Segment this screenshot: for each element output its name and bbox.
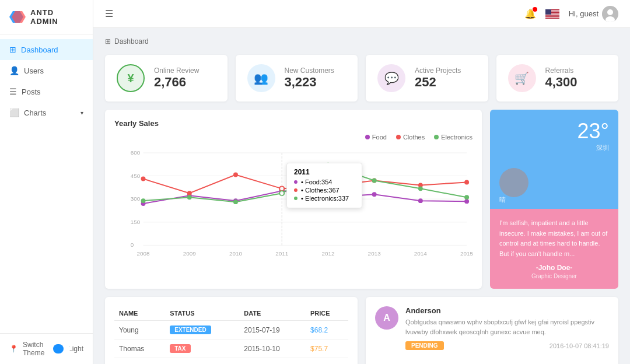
legend-dot-food [365,135,370,139]
logo-icon [9,9,26,25]
sidebar-item-dashboard[interactable]: ⊞ Dashboard [0,39,93,60]
cell-name: Thomas [114,340,165,358]
legend-food: Food [365,134,387,141]
sidebar-item-posts[interactable]: ☰ Posts [0,81,93,102]
user-greeting: Hi, guest [569,9,598,18]
activity-item: A Anderson Qobtgudsa qnwswno wphv sboptx… [375,306,609,350]
legend-dot-electronics [434,135,439,139]
chart-legend: Food Clothes Electronics [114,134,473,141]
svg-text:0: 0 [131,242,134,248]
quote-role: Graphic Designer [499,273,609,279]
electronics-point [187,195,192,200]
cell-date: 2015-10-10 [239,340,306,358]
cell-price: $68.2 [306,321,348,340]
header: ☰ 🔔 Hi, guest [93,0,630,28]
moon-shape [499,168,528,197]
quote-text: I'm selfish, impatient and a little inse… [499,218,609,259]
stat-label-active-projects: Active Projects [415,66,461,75]
electronics-point [233,200,238,204]
clothes-point [326,184,330,188]
activity-content: Anderson Qobtgudsa qnwswno wphv sboptxcu… [405,306,609,350]
chart-container: 600 450 300 150 0 2008 2009 [114,145,473,275]
stat-value-new-customers: 3,223 [285,75,334,90]
table-card: NAME STATUS DATE PRICE Young EXTENDED 20… [105,297,358,364]
stat-label-online-review: Online Review [154,66,199,75]
stat-card-active-projects: 💬 Active Projects 252 [366,55,488,102]
food-point [464,199,469,204]
clothes-point [141,177,146,181]
menu-toggle-icon[interactable]: ☰ [105,8,113,19]
activity-avatar: A [375,306,398,330]
svg-text:600: 600 [131,149,141,156]
data-table: NAME STATUS DATE PRICE Young EXTENDED 20… [114,306,348,358]
charts-icon: ⬜ [9,108,19,117]
electronics-point [141,198,146,203]
right-panels: 23° 深圳 晴 I'm selfish, impatient and a li… [490,110,618,289]
svg-point-11 [607,9,613,15]
svg-text:2008: 2008 [137,250,150,257]
stat-label-referrals: Referrals [545,66,578,75]
svg-text:2012: 2012 [321,250,334,257]
stats-row: ¥ Online Review 2,766 👥 New Customers 3,… [105,55,618,102]
stat-info-new-customers: New Customers 3,223 [285,66,334,90]
sidebar-item-label: Users [24,66,44,75]
activity-card: A Anderson Qobtgudsa qnwswno wphv sboptx… [366,297,618,364]
table-row: Thomas TAX 2015-10-10 $75.7 [114,340,348,358]
status-badge: EXTENDED [170,326,211,334]
activity-text: Qobtgudsa qnwswno wphv sboptxcufj gfwf k… [405,317,609,337]
header-actions: 🔔 Hi, guest [524,6,618,22]
dashboard-icon: ⊞ [9,45,16,54]
food-point [326,195,330,200]
legend-label-electronics: Electronics [441,134,473,141]
svg-rect-8 [545,17,559,18]
sidebar-item-charts[interactable]: ⬜ Charts ▾ [0,102,93,123]
cell-status: TAX [165,340,239,358]
activity-timestamp: 2016-10-07 08:41:19 [550,342,609,349]
theme-value-label: Light [68,345,83,353]
cell-price: $75.7 [306,340,348,358]
stat-value-referrals: 4,300 [545,75,578,90]
electronics-point [464,195,469,200]
electronics-point [326,163,330,167]
weather-city: 深圳 [499,144,609,152]
legend-electronics: Electronics [434,134,473,141]
main-area: ☰ 🔔 Hi, guest [93,0,630,364]
svg-text:450: 450 [131,173,141,179]
posts-icon: ☰ [9,87,17,96]
activity-status-badge: PENDING [405,341,444,350]
chart-card: Yearly Sales Food Clothes Electronics [105,110,482,289]
language-flag[interactable] [545,9,559,19]
stat-value-active-projects: 252 [415,75,461,90]
yearly-sales-chart: 600 450 300 150 0 2008 2009 [114,145,473,274]
weather-condition: 晴 [499,195,506,204]
clothes-point [464,180,469,184]
chevron-down-icon: ▾ [80,110,83,116]
clothes-point [187,191,192,195]
legend-clothes: Clothes [396,134,425,141]
online-review-icon: ¥ [117,64,145,92]
breadcrumb-icon: ⊞ [105,37,111,46]
sidebar-nav: ⊞ Dashboard 👤 Users ☰ Posts ⬜ Charts ▾ [0,34,93,333]
legend-label-clothes: Clothes [403,134,425,141]
sidebar-item-label: Dashboard [21,46,58,54]
sidebar-item-users[interactable]: 👤 Users [0,60,93,81]
col-price: PRICE [306,306,348,321]
active-projects-icon: 💬 [377,64,405,92]
svg-text:2009: 2009 [183,250,197,257]
sidebar: ANTD ADMIN ⊞ Dashboard 👤 Users ☰ Posts ⬜… [0,0,93,364]
theme-toggle[interactable] [53,344,64,354]
stat-card-new-customers: 👥 New Customers 3,223 [236,55,358,102]
middle-row: Yearly Sales Food Clothes Electronics [105,110,618,289]
logo-text: ANTD ADMIN [30,8,83,26]
notification-bell-icon[interactable]: 🔔 [524,8,536,19]
cell-date: 2015-07-19 [239,321,306,340]
col-date: DATE [239,306,306,321]
quote-panel: I'm selfish, impatient and a little inse… [490,209,618,289]
notification-badge [533,7,537,12]
toggle-knob [64,345,71,352]
stat-info-referrals: Referrals 4,300 [545,66,578,90]
clothes-point [233,173,238,177]
activity-name: Anderson [405,306,609,315]
user-menu[interactable]: Hi, guest [569,6,618,22]
col-status: STATUS [165,306,239,321]
